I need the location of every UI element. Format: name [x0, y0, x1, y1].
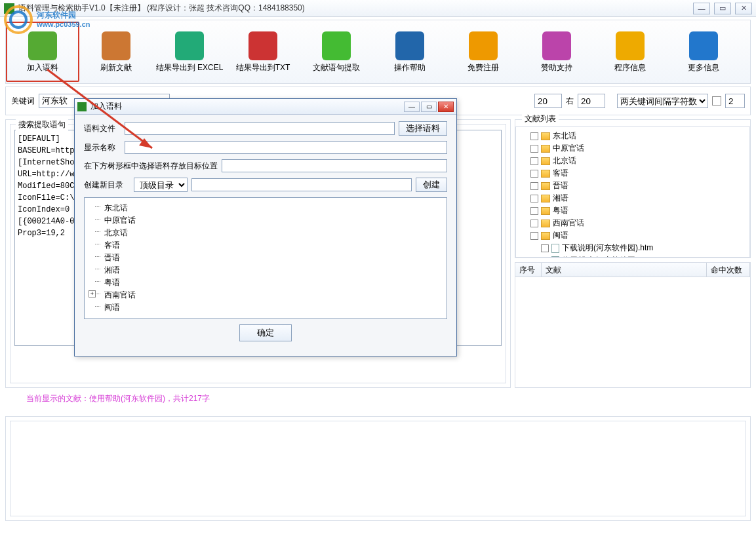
select-corpus-button[interactable]: 选择语料	[399, 121, 447, 136]
dialog-tree-item[interactable]: 闽语	[89, 301, 443, 314]
tree-checkbox[interactable]	[530, 170, 538, 178]
tree-item-label: 下载说明(河东软件园).htm	[562, 242, 653, 254]
hit-col-count[interactable]: 命中次数	[707, 263, 750, 277]
folder-icon	[541, 220, 550, 227]
dialog-tree-item[interactable]: 客语	[89, 239, 443, 252]
hit-col-doc[interactable]: 文献	[542, 263, 707, 277]
dialog-titlebar[interactable]: 加入语料 — ▭ ✕	[75, 99, 456, 115]
excel-icon	[175, 31, 204, 60]
status-line: 当前显示的文献：使用帮助(河东软件园)，共计217字	[26, 393, 736, 404]
target-pos-input[interactable]	[222, 159, 447, 172]
sep-checkbox[interactable]	[712, 96, 721, 106]
doc-tree[interactable]: 东北话中原官话北京话客语晋语湘语粤语西南官话闽语下载说明(河东软件园).htm使…	[515, 126, 750, 258]
tree-checkbox[interactable]	[530, 207, 538, 215]
doc-tree-item[interactable]: 北京话	[519, 155, 747, 167]
sep-input[interactable]	[725, 94, 745, 108]
dialog-ok-button[interactable]: 确定	[239, 324, 292, 341]
toolbar: 加入语料刷新文献结果导出到 EXCEL结果导出到TXT文献语句提取操作帮助免费注…	[5, 20, 751, 84]
doc-tree-item[interactable]: 使用帮助(河东软件园).url	[519, 254, 747, 258]
reg-icon	[469, 31, 498, 60]
newdir-combo[interactable]: 顶级目录	[134, 178, 188, 192]
tree-checkbox[interactable]	[530, 145, 538, 153]
expand-icon[interactable]: +	[89, 290, 96, 298]
tool-label: 操作帮助	[394, 63, 426, 72]
tree-item-label: 北京话	[553, 155, 576, 166]
watermark-logo	[4, 5, 33, 34]
tool-label: 结果导出到 EXCEL	[156, 63, 224, 72]
doc-tree-item[interactable]: 闽语	[519, 229, 747, 242]
dialog-tree-label: 西南官话	[104, 290, 136, 299]
doc-tree-item[interactable]: 湘语	[519, 192, 747, 204]
tool-chat[interactable]: 文献语句提取	[300, 22, 373, 82]
doc-tree-item[interactable]: 下载说明(河东软件园).htm	[519, 242, 747, 254]
document-icon	[551, 256, 559, 258]
dialog-tree-item[interactable]: +西南官话	[89, 289, 443, 301]
tree-checkbox[interactable]	[530, 132, 538, 140]
tree-checkbox[interactable]	[530, 182, 538, 190]
tree-checkbox[interactable]	[530, 232, 538, 240]
left-input[interactable]	[534, 94, 562, 108]
dialog-tree-label: 北京话	[104, 228, 128, 237]
tool-dict[interactable]: 刷新文献	[79, 22, 153, 82]
dialog-tree-item[interactable]: 东北话	[89, 202, 443, 214]
dialog-tree-item[interactable]: 粤语	[89, 277, 443, 289]
doc-tree-item[interactable]: 粤语	[519, 204, 747, 217]
display-name-input[interactable]	[125, 141, 447, 154]
tree-checkbox[interactable]	[541, 244, 549, 252]
dialog-tree-item[interactable]: 中原官话	[89, 214, 443, 227]
tool-info[interactable]: 程序信息	[593, 22, 667, 82]
bottom-inner[interactable]	[10, 421, 746, 516]
doc-tree-item[interactable]: 中原官话	[519, 142, 747, 155]
dialog-tree-label: 东北话	[104, 203, 128, 212]
tree-checkbox[interactable]	[541, 257, 549, 258]
tree-item-label: 湘语	[553, 193, 568, 204]
dialog-tree-item[interactable]: 晋语	[89, 252, 443, 264]
dialog-minimize-button[interactable]: —	[404, 102, 420, 112]
folder-icon	[541, 182, 550, 190]
tree-checkbox[interactable]	[530, 195, 538, 202]
create-dir-button[interactable]: 创建	[416, 178, 447, 192]
newdir-label: 创建新目录	[84, 180, 130, 191]
tool-label: 更多信息	[688, 63, 719, 72]
dialog-tree-label: 中原官话	[104, 216, 136, 225]
tree-item-label: 晋语	[553, 180, 568, 191]
help-icon	[395, 31, 424, 60]
hit-table: 序号 文献 命中次数	[515, 262, 751, 388]
doc-list-title: 文献列表	[522, 113, 559, 125]
dialog-tree-label: 粤语	[104, 278, 120, 287]
right-panel: 文献列表 东北话中原官话北京话客语晋语湘语粤语西南官话闽语下载说明(河东软件园)…	[515, 119, 751, 388]
books-icon	[28, 31, 57, 60]
right-label: 右	[566, 96, 574, 107]
newdir-input[interactable]	[191, 178, 412, 191]
doc-tree-item[interactable]: 西南官话	[519, 217, 747, 229]
hit-col-index[interactable]: 序号	[515, 263, 542, 277]
dialog-tree-item[interactable]: 北京话	[89, 227, 443, 239]
tool-excel[interactable]: 结果导出到 EXCEL	[153, 22, 226, 82]
tree-item-label: 客语	[553, 168, 568, 179]
minimize-button[interactable]: —	[693, 3, 710, 14]
support-icon	[542, 31, 571, 60]
tool-reg[interactable]: 免费注册	[447, 22, 520, 82]
dialog-tree-item[interactable]: 湘语	[89, 264, 443, 277]
sep-select[interactable]: 两关键词间隔字符数	[617, 94, 708, 108]
dialog-close-button[interactable]: ✕	[438, 102, 454, 112]
doc-tree-item[interactable]: 晋语	[519, 180, 747, 192]
right-input[interactable]	[578, 94, 605, 108]
tree-checkbox[interactable]	[530, 157, 538, 165]
folder-icon	[541, 145, 550, 153]
tree-checkbox[interactable]	[530, 220, 538, 227]
doc-tree-item[interactable]: 东北话	[519, 130, 747, 142]
dialog-maximize-button[interactable]: ▭	[421, 102, 437, 112]
dialog-tree[interactable]: 东北话中原官话北京话客语晋语湘语粤语+西南官话闽语	[84, 197, 447, 319]
tool-support[interactable]: 赞助支持	[520, 22, 593, 82]
doc-tree-item[interactable]: 客语	[519, 167, 747, 180]
corpus-file-input[interactable]	[125, 122, 395, 135]
folder-icon	[541, 157, 550, 165]
maximize-button[interactable]: ▭	[714, 3, 731, 14]
tool-txt[interactable]: 结果导出到TXT	[226, 22, 300, 82]
tool-more[interactable]: 更多信息	[667, 22, 740, 82]
info-icon	[616, 31, 645, 60]
folder-icon	[541, 195, 550, 202]
close-button[interactable]: ✕	[735, 3, 752, 14]
tool-help[interactable]: 操作帮助	[373, 22, 447, 82]
